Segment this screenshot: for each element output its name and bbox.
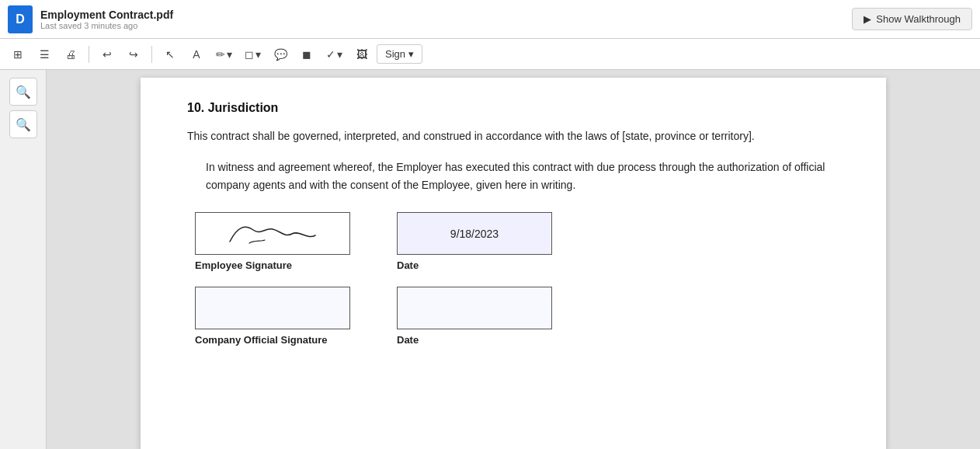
zoom-out-icon: 🔍: [16, 117, 31, 132]
text-icon: A: [193, 48, 200, 61]
doc-subtitle: Last saved 3 minutes ago: [40, 21, 173, 30]
signature-section: Employee Signature 9/18/2023 Date Comp: [187, 212, 839, 346]
company-date-label: Date: [397, 334, 552, 346]
company-sig-group: Company Official Signature: [195, 287, 350, 346]
sign-dropdown-arrow: ▾: [408, 48, 414, 60]
pen-icon: ✏: [216, 48, 225, 61]
pen-dropdown-arrow: ▾: [227, 48, 232, 61]
show-walkthrough-button[interactable]: ▶ Show Walkthrough: [852, 8, 972, 30]
highlight-dropdown-arrow: ▾: [255, 48, 261, 61]
main-layout: 🔍 🔍 10. Jurisdiction This contract shall…: [0, 70, 980, 449]
image-tool-button[interactable]: 🖼: [350, 44, 374, 65]
image-icon: 🖼: [356, 48, 367, 61]
employee-date-box[interactable]: 9/18/2023: [397, 212, 552, 255]
highlight-tool-dropdown[interactable]: ◻ ▾: [240, 46, 266, 63]
undo-button[interactable]: ↩: [96, 44, 119, 65]
employee-sig-label: Employee Signature: [195, 259, 350, 271]
grid-view-button[interactable]: ⊞: [6, 44, 30, 65]
highlight-icon: ◻: [245, 48, 254, 61]
left-sidebar: 🔍 🔍: [0, 70, 47, 449]
pdf-content-area: 10. Jurisdiction This contract shall be …: [47, 70, 980, 449]
separator-2: [151, 46, 152, 63]
walkthrough-play-icon: ▶: [864, 13, 871, 25]
print-icon: 🖨: [65, 48, 76, 61]
cursor-tool-button[interactable]: ↖: [158, 44, 182, 65]
company-date-box[interactable]: [397, 287, 552, 329]
company-sig-label: Company Official Signature: [195, 334, 350, 346]
pages-view-button[interactable]: ☰: [33, 44, 56, 65]
employee-signature-svg: [222, 218, 323, 249]
zoom-in-icon: 🔍: [16, 85, 31, 99]
employee-signature-image: [196, 213, 349, 254]
company-sig-row: Company Official Signature Date: [195, 287, 839, 346]
checkmark-icon: ✓: [326, 48, 335, 61]
sign-label: Sign: [385, 48, 405, 60]
zoom-out-button[interactable]: 🔍: [9, 110, 37, 138]
text-tool-button[interactable]: A: [185, 44, 208, 65]
grid-icon: ⊞: [13, 48, 23, 61]
comment-icon: 💬: [274, 48, 287, 61]
app-icon: D: [8, 5, 33, 33]
section-text: This contract shall be governed, interpr…: [187, 127, 839, 144]
top-bar-left: D Employment Contract.pdf Last saved 3 m…: [8, 5, 173, 33]
company-date-group: Date: [397, 287, 552, 346]
checkmark-tool-dropdown[interactable]: ✓ ▾: [321, 46, 347, 63]
comment-tool-button[interactable]: 💬: [269, 44, 292, 65]
employee-date-label: Date: [397, 259, 552, 271]
employee-sig-group: Employee Signature: [195, 212, 350, 271]
undo-icon: ↩: [103, 48, 112, 61]
checkmark-dropdown-arrow: ▾: [337, 48, 342, 61]
print-button[interactable]: 🖨: [59, 44, 82, 65]
employee-sig-row: Employee Signature 9/18/2023 Date: [195, 212, 839, 271]
separator-1: [89, 46, 89, 63]
doc-title: Employment Contract.pdf: [40, 9, 173, 21]
pen-tool-dropdown[interactable]: ✏ ▾: [211, 46, 237, 63]
pdf-page: 10. Jurisdiction This contract shall be …: [141, 78, 886, 449]
witness-text: In witness and agreement whereof, the Em…: [206, 158, 839, 193]
redo-icon: ↪: [129, 48, 138, 61]
eraser-tool-button[interactable]: ◼: [295, 44, 318, 65]
section-heading: 10. Jurisdiction: [187, 101, 839, 115]
toolbar: ⊞ ☰ 🖨 ↩ ↪ ↖ A ✏ ▾ ◻ ▾ 💬 ◼ ✓ ▾ 🖼 Sign ▾: [0, 39, 980, 70]
employee-date-group: 9/18/2023 Date: [397, 212, 552, 271]
top-bar: D Employment Contract.pdf Last saved 3 m…: [0, 0, 980, 39]
doc-info: Employment Contract.pdf Last saved 3 min…: [40, 9, 173, 30]
employee-date-value: 9/18/2023: [450, 228, 499, 240]
redo-button[interactable]: ↪: [122, 44, 145, 65]
employee-signature-box[interactable]: [195, 212, 350, 255]
eraser-icon: ◼: [302, 48, 311, 61]
zoom-in-button[interactable]: 🔍: [9, 78, 37, 106]
cursor-icon: ↖: [165, 48, 175, 61]
pages-icon: ☰: [40, 48, 50, 61]
sign-button[interactable]: Sign ▾: [377, 44, 422, 64]
company-signature-box[interactable]: [195, 287, 350, 329]
walkthrough-label: Show Walkthrough: [876, 13, 961, 25]
